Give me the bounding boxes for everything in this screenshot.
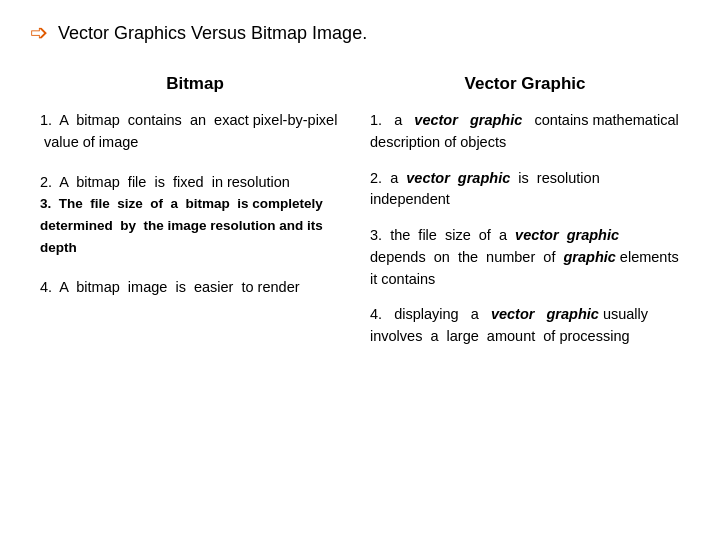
vector-entry-1: 1. a vector graphic contains mathematica…	[370, 110, 680, 154]
page: ➩ Vector Graphics Versus Bitmap Image. B…	[0, 0, 720, 540]
bitmap-entry-1-text: 1. A bitmap contains an exact pixel-by-p…	[40, 112, 337, 150]
content-area: Bitmap 1. A bitmap contains an exact pix…	[30, 74, 690, 362]
vector-entry-4-text: 4. displaying a vector graphic usually i…	[370, 306, 652, 344]
title-row: ➩ Vector Graphics Versus Bitmap Image.	[30, 20, 690, 46]
vector-column: Vector Graphic 1. a vector graphic conta…	[360, 74, 690, 362]
bitmap-entry-1: 1. A bitmap contains an exact pixel-by-p…	[40, 110, 350, 154]
vector-entry-2-text: 2. a vector graphic is resolution indepe…	[370, 170, 600, 208]
bitmap-column-header: Bitmap	[40, 74, 350, 94]
arrow-icon: ➩	[30, 20, 48, 46]
vector-entry-4: 4. displaying a vector graphic usually i…	[370, 304, 680, 348]
bitmap-entry-2-text: 2. A bitmap file is fixed in resolution	[40, 174, 290, 190]
vector-entry-2: 2. a vector graphic is resolution indepe…	[370, 168, 680, 212]
vector-column-header: Vector Graphic	[370, 74, 680, 94]
bitmap-entry-4-text: 4. A bitmap image is easier to render	[40, 279, 300, 295]
bitmap-entry-4: 4. A bitmap image is easier to render	[40, 277, 350, 299]
page-title: Vector Graphics Versus Bitmap Image.	[58, 23, 367, 44]
bitmap-entry-2-3: 2. A bitmap file is fixed in resolution …	[40, 172, 350, 259]
vector-entry-3: 3. the file size of a vector graphic dep…	[370, 225, 680, 290]
bitmap-entry-3-text: 3. The file size of a bitmap is complete…	[40, 196, 327, 255]
vector-entry-1-text: 1. a vector graphic contains mathematica…	[370, 112, 679, 150]
vector-entry-3-text: 3. the file size of a vector graphic dep…	[370, 227, 679, 287]
bitmap-column: Bitmap 1. A bitmap contains an exact pix…	[40, 74, 360, 362]
